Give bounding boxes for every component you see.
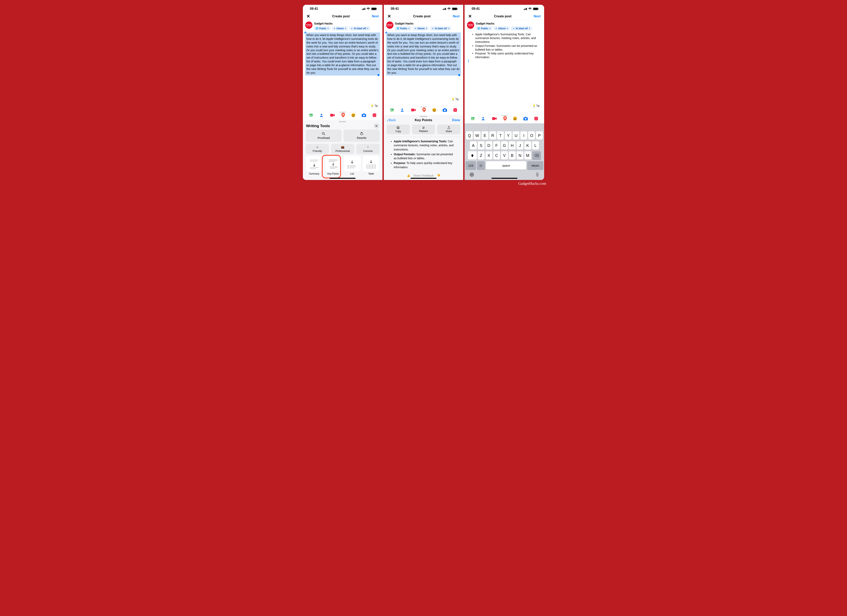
feeling-icon[interactable] — [513, 116, 517, 121]
location-pin-icon[interactable] — [422, 108, 426, 112]
more-grid-icon[interactable] — [453, 108, 457, 112]
key-m[interactable]: M — [524, 151, 531, 160]
key-d[interactable]: D — [485, 141, 492, 150]
list-tile[interactable]: List — [344, 156, 360, 175]
key-b[interactable]: B — [509, 151, 516, 160]
key-w[interactable]: W — [474, 131, 481, 140]
more-grid-icon[interactable] — [534, 116, 539, 121]
drag-handle[interactable] — [339, 112, 346, 113]
ai-label-chip[interactable]: ＋AI label off▼ — [349, 26, 370, 31]
home-indicator[interactable] — [491, 178, 517, 179]
key-c[interactable]: C — [493, 151, 500, 160]
album-chip[interactable]: ＋Album▼ — [332, 26, 348, 31]
proofread-button[interactable]: Proofread — [305, 130, 342, 142]
key-points-tile[interactable]: Key Points — [325, 156, 342, 175]
summary-tile[interactable]: Summary — [305, 156, 323, 175]
key-j[interactable]: J — [516, 141, 523, 150]
concise-button[interactable]: ÷Concise — [356, 144, 380, 154]
key-f[interactable]: F — [493, 141, 500, 150]
key-u[interactable]: U — [513, 131, 519, 140]
key-h[interactable]: H — [509, 141, 516, 150]
key-t[interactable]: T — [497, 131, 504, 140]
rewrite-button[interactable]: Rewrite — [344, 130, 379, 142]
album-chip[interactable]: ＋Album▼ — [413, 26, 429, 31]
key-r[interactable]: R — [489, 131, 496, 140]
feeling-icon[interactable] — [432, 108, 437, 112]
feeling-icon[interactable] — [351, 113, 356, 117]
selection-end-handle[interactable] — [378, 74, 379, 76]
camera-icon[interactable] — [523, 116, 528, 121]
drag-handle[interactable] — [501, 115, 508, 116]
key-p[interactable]: P — [536, 131, 543, 140]
key-k[interactable]: K — [524, 141, 531, 150]
thumbs-down-icon[interactable]: 👎 — [437, 174, 440, 177]
camera-icon[interactable] — [443, 108, 447, 112]
key-l[interactable]: L — [532, 141, 539, 150]
close-sheet-button[interactable]: ✕ — [374, 123, 379, 129]
audience-chip[interactable]: 🌐Public▼ — [395, 26, 412, 31]
thumbs-up-icon[interactable]: 👍 — [407, 174, 410, 177]
photo-icon[interactable] — [308, 113, 313, 117]
album-chip[interactable]: ＋Album▼ — [493, 26, 510, 31]
key-n[interactable]: N — [516, 151, 523, 160]
selection-end-handle[interactable] — [458, 74, 460, 76]
post-text-bullets[interactable]: •Apple Intelligence's Summarizing Tools:… — [467, 32, 542, 63]
key-o[interactable]: O — [528, 131, 535, 140]
space-key[interactable]: space — [486, 161, 526, 169]
tip-pill[interactable]: 💡Tip — [449, 97, 461, 101]
camera-icon[interactable] — [362, 113, 366, 117]
share-button[interactable]: Share — [437, 125, 460, 134]
location-pin-icon[interactable] — [341, 113, 345, 118]
backspace-key[interactable] — [532, 151, 541, 160]
audience-chip[interactable]: 🌐Public▼ — [314, 26, 331, 31]
next-button[interactable]: Next — [372, 15, 379, 18]
close-button[interactable]: ✕ — [468, 14, 472, 19]
share-feedback[interactable]: 👍 Share Feedback 👎 — [384, 172, 463, 180]
key-i[interactable]: I — [520, 131, 527, 140]
done-button[interactable]: Done — [452, 118, 460, 122]
camera-video-icon[interactable] — [411, 108, 416, 112]
key-q[interactable]: Q — [466, 131, 473, 140]
key-z[interactable]: Z — [478, 151, 484, 160]
table-tile[interactable]: Table — [363, 156, 380, 175]
post-text-selected[interactable]: When you want to keep things short, but … — [305, 32, 380, 75]
key-a[interactable]: A — [470, 141, 477, 150]
tag-people-icon[interactable] — [319, 113, 324, 117]
home-indicator[interactable] — [410, 178, 437, 179]
tip-pill[interactable]: 💡Tip — [369, 104, 380, 108]
post-text-selected[interactable]: When you want to keep things short, but … — [386, 32, 461, 75]
next-button[interactable]: Next — [534, 15, 540, 18]
close-button[interactable]: ✕ — [387, 14, 391, 19]
copy-button[interactable]: Copy — [387, 125, 410, 134]
photo-icon[interactable] — [470, 116, 475, 121]
emoji-key[interactable]: ☺ — [477, 161, 485, 169]
key-e[interactable]: E — [481, 131, 488, 140]
drag-handle[interactable] — [420, 107, 427, 108]
drag-handle[interactable] — [339, 121, 346, 122]
key-x[interactable]: X — [485, 151, 492, 160]
close-button[interactable]: ✕ — [307, 14, 310, 19]
ai-label-chip[interactable]: ＋AI label off▼ — [430, 26, 451, 31]
key-y[interactable]: Y — [505, 131, 512, 140]
tag-people-icon[interactable] — [481, 116, 486, 121]
camera-video-icon[interactable] — [330, 113, 335, 117]
audience-chip[interactable]: 🌐Public▼ — [476, 26, 492, 31]
ai-label-chip[interactable]: ＋AI label off▼ — [511, 26, 532, 31]
more-grid-icon[interactable] — [372, 113, 377, 117]
key-g[interactable]: G — [501, 141, 508, 150]
key-s[interactable]: S — [478, 141, 484, 150]
key-v[interactable]: V — [501, 151, 508, 160]
camera-video-icon[interactable] — [492, 116, 497, 121]
tag-people-icon[interactable] — [400, 108, 405, 112]
friendly-button[interactable]: ☺Friendly — [305, 144, 329, 154]
replace-button[interactable]: Replace — [412, 125, 435, 134]
globe-key[interactable]: 🌐︎ — [470, 172, 474, 178]
tip-pill[interactable]: 💡Tip — [530, 104, 542, 108]
drag-handle[interactable] — [420, 116, 427, 117]
shift-key[interactable] — [468, 151, 477, 160]
home-indicator[interactable] — [330, 178, 356, 179]
photo-icon[interactable] — [390, 108, 394, 112]
mic-key[interactable] — [536, 172, 539, 178]
numbers-key[interactable]: 123 — [465, 161, 476, 169]
return-key[interactable]: return — [527, 161, 543, 169]
